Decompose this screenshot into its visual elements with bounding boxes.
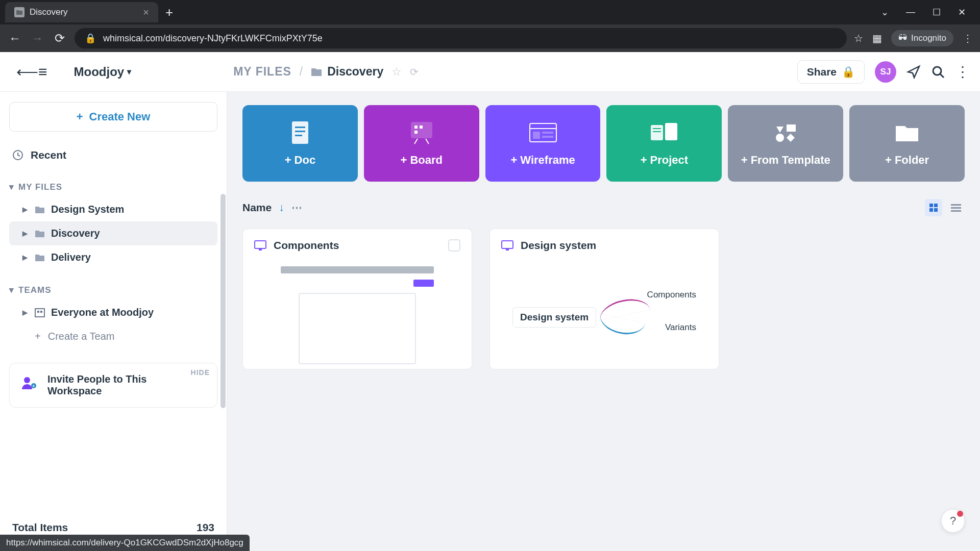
chevron-down-icon: ▾ <box>127 67 131 77</box>
template-icon <box>770 120 801 145</box>
svg-rect-23 <box>542 136 553 138</box>
lock-icon: 🔒 <box>85 33 96 44</box>
caret-right-icon[interactable]: ▶ <box>22 230 29 237</box>
create-project-tile[interactable]: + Project <box>606 105 722 182</box>
help-button[interactable]: ? <box>941 509 965 533</box>
send-icon[interactable] <box>906 65 921 79</box>
workspace-dropdown[interactable]: Moodjoy ▾ <box>74 65 132 79</box>
sidebar-section-files[interactable]: ▾ MY FILES <box>9 182 217 192</box>
bookmark-star-icon[interactable]: ☆ <box>854 32 863 44</box>
wireframe-icon <box>501 240 513 251</box>
svg-rect-42 <box>506 249 509 251</box>
svg-rect-33 <box>934 204 938 207</box>
url-input[interactable]: 🔒 whimsical.com/discovery-NJtyFKrLWKFCmi… <box>75 28 847 48</box>
svg-rect-36 <box>951 204 961 206</box>
sidebar-folder-design-system[interactable]: ▶ Design System <box>9 197 217 221</box>
folder-icon <box>35 206 45 214</box>
menu-toggle-icon[interactable]: ⟵≡ <box>10 63 54 81</box>
svg-rect-4 <box>37 311 39 313</box>
wireframe-icon <box>254 240 266 251</box>
close-window-icon[interactable]: ✕ <box>958 7 966 18</box>
browser-tab[interactable]: Discovery × <box>5 2 158 22</box>
card-design-system[interactable]: Design system Design system Components V… <box>489 229 719 369</box>
invite-people-card[interactable]: HIDE + Invite People to This Workspace <box>9 363 217 408</box>
sidebar-recent[interactable]: Recent <box>9 144 217 166</box>
app: ⟵≡ Moodjoy ▾ MY FILES / Discovery ☆ ⟳ Sh… <box>0 52 980 551</box>
tab-title: Discovery <box>30 7 68 17</box>
folder-icon <box>892 120 922 145</box>
svg-rect-32 <box>929 204 933 207</box>
create-folder-tile[interactable]: + Folder <box>849 105 965 182</box>
svg-rect-13 <box>411 122 432 138</box>
back-icon[interactable]: ← <box>7 31 22 45</box>
svg-rect-16 <box>414 131 418 134</box>
search-icon[interactable] <box>931 65 945 79</box>
board-icon <box>406 120 437 145</box>
folder-icon <box>311 67 322 77</box>
sidebar-folder-delivery[interactable]: ▶ Delivery <box>9 245 217 269</box>
svg-marker-31 <box>787 134 795 142</box>
user-avatar[interactable]: SJ <box>875 61 896 83</box>
sort-options-icon[interactable]: ⋯ <box>291 202 302 214</box>
chevron-down-icon[interactable]: ⌄ <box>881 7 889 18</box>
svg-line-18 <box>426 139 429 144</box>
mindmap-leaf: Components <box>647 290 696 300</box>
svg-point-0 <box>933 67 941 75</box>
minimize-icon[interactable]: — <box>906 7 915 18</box>
create-from-template-tile[interactable]: + From Template <box>728 105 843 182</box>
breadcrumb-root[interactable]: MY FILES <box>233 65 291 79</box>
caret-right-icon[interactable]: ▶ <box>22 309 29 316</box>
file-cards: Components Design system <box>242 229 965 369</box>
preview-box <box>299 293 416 364</box>
caret-right-icon[interactable]: ▶ <box>22 254 29 261</box>
address-bar: ← → ⟳ 🔒 whimsical.com/discovery-NJtyFKrL… <box>0 24 980 52</box>
hide-button[interactable]: HIDE <box>191 368 210 377</box>
create-team-button[interactable]: + Create a Team <box>9 324 217 348</box>
extensions-icon[interactable]: ▦ <box>872 32 882 44</box>
caret-down-icon: ▾ <box>9 182 14 192</box>
team-icon <box>35 308 45 317</box>
create-new-button[interactable]: + Create New <box>9 102 217 132</box>
favorite-star-icon[interactable]: ☆ <box>391 65 402 79</box>
create-tiles: + Doc + Board + Wireframe + Project + Fr… <box>242 105 965 182</box>
close-tab-icon[interactable]: × <box>143 7 149 18</box>
wireframe-icon <box>528 120 558 145</box>
clock-icon <box>12 149 23 161</box>
create-board-tile[interactable]: + Board <box>364 105 479 182</box>
connector-line <box>597 314 645 338</box>
forward-icon[interactable]: → <box>30 31 45 45</box>
sidebar-folder-discovery[interactable]: ▶ Discovery <box>9 221 217 245</box>
svg-rect-22 <box>542 132 553 134</box>
more-menu-icon[interactable]: ⋮ <box>955 63 970 80</box>
list-view-button[interactable] <box>947 199 965 216</box>
svg-rect-25 <box>665 123 677 140</box>
plus-icon: + <box>77 110 83 123</box>
sidebar-scrollbar[interactable] <box>220 194 226 408</box>
share-button[interactable]: Share 🔒 <box>797 60 865 84</box>
svg-point-30 <box>776 134 784 142</box>
sort-by-name[interactable]: Name <box>242 202 272 214</box>
svg-rect-14 <box>414 126 418 129</box>
new-tab-button[interactable]: + <box>165 5 173 20</box>
create-wireframe-tile[interactable]: + Wireframe <box>485 105 601 182</box>
caret-right-icon[interactable]: ▶ <box>22 206 29 213</box>
preview-accent <box>413 280 434 287</box>
lock-icon: 🔒 <box>842 66 855 78</box>
card-components[interactable]: Components <box>242 229 472 369</box>
browser-menu-icon[interactable]: ⋮ <box>963 32 973 44</box>
reload-icon[interactable]: ⟳ <box>52 31 67 45</box>
grid-view-button[interactable] <box>925 199 942 216</box>
maximize-icon[interactable]: ☐ <box>933 7 941 18</box>
sidebar-team-everyone[interactable]: ▶ Everyone at Moodjoy <box>9 300 217 324</box>
sort-descending-icon[interactable]: ↓ <box>279 202 284 214</box>
sync-icon[interactable]: ⟳ <box>410 66 419 78</box>
incognito-badge[interactable]: 🕶 Incognito <box>891 30 953 46</box>
breadcrumb-current[interactable]: Discovery <box>311 65 383 79</box>
svg-rect-26 <box>653 128 661 129</box>
card-checkbox[interactable] <box>448 239 460 252</box>
create-doc-tile[interactable]: + Doc <box>242 105 358 182</box>
sidebar-section-teams[interactable]: ▾ TEAMS <box>9 285 217 295</box>
add-user-icon: + <box>20 373 38 392</box>
folder-icon <box>35 254 45 262</box>
svg-rect-34 <box>929 208 933 212</box>
